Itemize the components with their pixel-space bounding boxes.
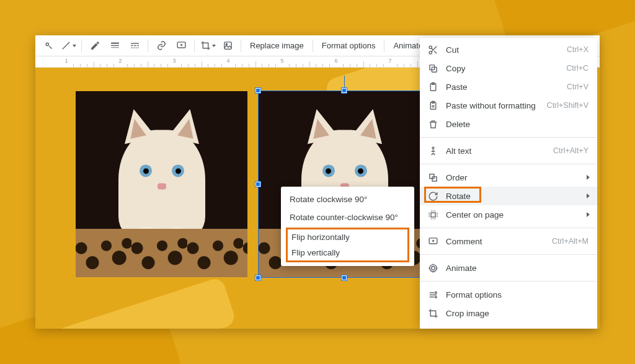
edit-pencil-icon[interactable] xyxy=(87,38,103,54)
flip-highlight-box: Flip horizontally Flip vertically xyxy=(286,228,409,262)
context-menu: Cut Ctrl+X Copy Ctrl+C Paste Ctrl+V Past… xyxy=(420,38,597,329)
menu-shortcut: Ctrl+V xyxy=(567,82,588,91)
submenu-arrow-icon xyxy=(587,175,590,180)
order-icon xyxy=(427,172,438,183)
menu-label: Alt text xyxy=(446,146,546,156)
svg-rect-3 xyxy=(111,47,119,48)
svg-point-24 xyxy=(432,147,434,149)
replace-image-button[interactable]: Replace image xyxy=(246,38,308,54)
toolbar-separator xyxy=(241,40,241,52)
border-weight-icon[interactable] xyxy=(107,38,123,54)
menu-label: Copy xyxy=(446,64,559,73)
menu-shortcut: Ctrl+Alt+M xyxy=(552,237,588,246)
rotation-handle-line xyxy=(344,76,345,91)
comment-icon xyxy=(427,236,438,247)
menu-label: Delete xyxy=(446,120,588,129)
menu-label: Order xyxy=(446,173,588,182)
menu-item-crop-image[interactable]: Crop image xyxy=(420,304,597,322)
app-window: Replace image Format options Animate 123… xyxy=(35,35,600,329)
ruler-label: 4 xyxy=(222,58,234,64)
kitten-illustration xyxy=(118,130,205,241)
menu-item-paste[interactable]: Paste Ctrl+V xyxy=(420,78,597,96)
menu-item-comment[interactable]: Comment Ctrl+Alt+M xyxy=(420,232,597,251)
svg-rect-6 xyxy=(134,45,136,46)
delete-icon xyxy=(427,118,438,130)
line-tool-icon[interactable] xyxy=(60,38,76,54)
rotate-icon xyxy=(427,190,438,202)
svg-point-30 xyxy=(431,266,435,270)
svg-rect-1 xyxy=(111,43,119,44)
image-kitten-original[interactable] xyxy=(76,91,247,277)
svg-rect-5 xyxy=(131,45,133,46)
format-options-button[interactable]: Format options xyxy=(318,38,380,54)
menu-shortcut: Ctrl+X xyxy=(567,45,588,54)
svg-point-29 xyxy=(429,264,436,271)
menu-item-flip-vertical[interactable]: Flip vertically xyxy=(288,245,407,260)
svg-rect-4 xyxy=(131,43,139,43)
ruler-label: 5 xyxy=(276,58,288,64)
svg-rect-10 xyxy=(134,47,135,48)
reset-image-icon[interactable] xyxy=(220,38,236,54)
menu-label: Rotate xyxy=(446,192,588,201)
menu-item-flip-horizontal[interactable]: Flip horizontally xyxy=(288,229,407,245)
menu-item-rotate-cw[interactable]: Rotate clockwise 90° xyxy=(281,190,414,208)
copy-icon xyxy=(427,63,438,74)
svg-rect-2 xyxy=(111,45,119,46)
menu-item-rotate-ccw[interactable]: Rotate counter-clockwise 90° xyxy=(281,208,414,226)
svg-rect-12 xyxy=(138,47,138,48)
svg-rect-27 xyxy=(430,212,435,216)
center-icon xyxy=(427,209,438,220)
border-dash-icon[interactable] xyxy=(127,38,143,54)
menu-label: Cut xyxy=(446,45,559,55)
crop-tool-icon[interactable] xyxy=(200,38,216,54)
menu-item-delete[interactable]: Delete xyxy=(420,115,597,133)
toolbar-separator xyxy=(194,40,195,52)
menu-item-rotate[interactable]: Rotate xyxy=(420,187,597,205)
alt-text-icon xyxy=(427,145,438,156)
submenu-arrow-icon xyxy=(587,193,590,198)
menu-divider xyxy=(420,281,597,282)
menu-label: Format options xyxy=(446,290,588,300)
menu-item-paste-without-formatting[interactable]: Paste without formatting Ctrl+Shift+V xyxy=(420,96,597,115)
menu-item-alt-text[interactable]: Alt text Ctrl+Alt+Y xyxy=(420,141,597,160)
menu-label: Comment xyxy=(446,237,544,246)
ruler-label: 1 xyxy=(60,58,73,64)
svg-rect-11 xyxy=(136,47,136,48)
menu-divider xyxy=(420,254,597,255)
svg-rect-8 xyxy=(131,47,131,48)
menu-divider xyxy=(420,164,597,164)
svg-rect-7 xyxy=(137,45,139,46)
format-options-icon xyxy=(427,289,438,300)
toolbar-separator xyxy=(384,40,384,52)
svg-point-0 xyxy=(46,43,48,45)
svg-rect-9 xyxy=(132,47,133,48)
paste-icon xyxy=(427,81,438,92)
menu-label: Center on page xyxy=(446,210,588,220)
toolbar-separator xyxy=(148,40,148,52)
menu-item-cut[interactable]: Cut Ctrl+X xyxy=(420,40,597,59)
menu-label: Crop image xyxy=(446,309,588,318)
insert-link-icon[interactable] xyxy=(153,38,169,54)
crop-icon xyxy=(427,308,438,319)
svg-point-31 xyxy=(435,291,437,293)
svg-point-32 xyxy=(435,296,437,298)
toolbar-separator xyxy=(313,40,313,52)
submenu-arrow-icon xyxy=(587,212,590,217)
paste-plain-icon xyxy=(427,100,438,111)
cut-icon xyxy=(427,44,438,55)
menu-label: Paste xyxy=(446,82,559,92)
toolbar-separator xyxy=(81,40,82,52)
menu-label: Paste without formatting xyxy=(446,101,540,110)
menu-item-copy[interactable]: Copy Ctrl+C xyxy=(420,59,597,78)
svg-point-17 xyxy=(429,51,432,53)
select-tool-icon[interactable] xyxy=(40,38,56,54)
svg-point-15 xyxy=(226,43,227,45)
menu-item-format-options[interactable]: Format options xyxy=(420,285,597,304)
menu-item-animate[interactable]: Animate xyxy=(420,259,597,277)
menu-item-center-on-page[interactable]: Center on page xyxy=(420,205,597,224)
menu-item-order[interactable]: Order xyxy=(420,168,597,187)
leopard-texture xyxy=(76,229,247,277)
menu-divider xyxy=(420,228,597,228)
menu-divider xyxy=(420,137,597,138)
add-comment-icon[interactable] xyxy=(173,38,189,54)
